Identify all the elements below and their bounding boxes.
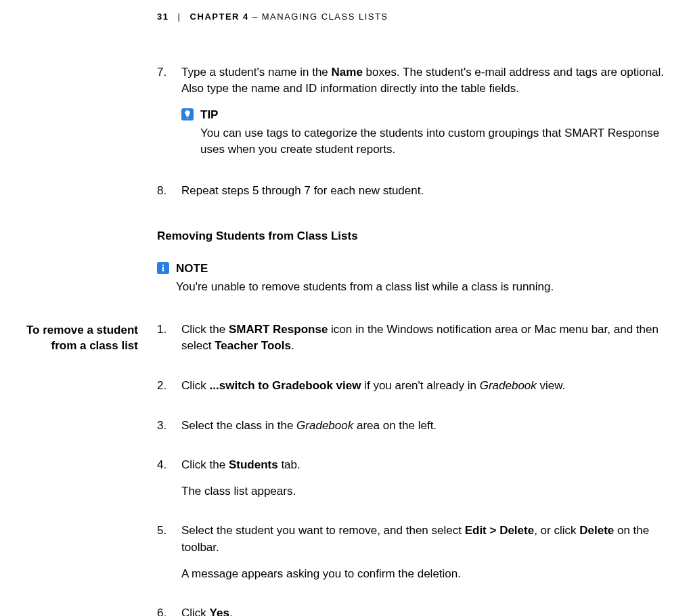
- step-text: Click ...switch to Gradebook view if you…: [181, 378, 667, 395]
- step-text: Select the class in the Gradebook area o…: [181, 418, 667, 435]
- chapter-number: CHAPTER 4: [190, 12, 249, 22]
- lightbulb-icon: [181, 108, 194, 120]
- tip-callout: TIP You can use tags to categorize the s…: [181, 107, 667, 158]
- remove-step-6: 6. Click Yes.: [157, 605, 667, 616]
- note-body: You're unable to remove students from a …: [176, 279, 667, 296]
- step-number: 2.: [157, 378, 181, 404]
- step-number: 6.: [157, 605, 181, 616]
- step-number: 8.: [157, 183, 181, 209]
- page-header: 31 | CHAPTER 4 – MANAGING CLASS LISTS: [157, 0, 678, 24]
- header-dash: –: [252, 12, 262, 22]
- svg-rect-1: [162, 267, 164, 271]
- remove-step-4: 4. Click the Students tab. The class lis…: [157, 457, 667, 509]
- step-text: Click the SMART Response icon in the Win…: [181, 322, 667, 355]
- step-number: 7.: [157, 64, 181, 169]
- info-icon: [157, 262, 169, 274]
- step-text: Click the Students tab.: [181, 457, 667, 474]
- step-7: 7. Type a student's name in the Name box…: [157, 64, 667, 169]
- step-text: Select the student you want to remove, a…: [181, 523, 667, 556]
- step-number: 4.: [157, 457, 181, 509]
- page-number: 31: [157, 12, 169, 22]
- header-separator: |: [173, 12, 187, 22]
- note-callout: NOTE You're unable to remove students fr…: [157, 261, 667, 295]
- step-number: 1.: [157, 322, 181, 364]
- step-number: 3.: [157, 418, 181, 444]
- step-result: A message appears asking you to confirm …: [181, 566, 667, 583]
- remove-step-2: 2. Click ...switch to Gradebook view if …: [157, 378, 667, 404]
- step-result: The class list appears.: [181, 483, 667, 500]
- step-text: Type a student's name in the Name boxes.…: [181, 64, 667, 97]
- step-text: Click Yes.: [181, 605, 667, 616]
- svg-rect-0: [162, 265, 164, 266]
- chapter-title: MANAGING CLASS LISTS: [262, 12, 388, 22]
- note-title: NOTE: [176, 261, 667, 278]
- sidenote-line: from a class list: [0, 338, 138, 354]
- procedure-sidenote: To remove a student from a class list: [0, 322, 157, 616]
- section-heading: Removing Students from Class Lists: [157, 228, 667, 245]
- tip-body: You can use tags to categorize the stude…: [200, 125, 667, 158]
- step-8: 8. Repeat steps 5 through 7 for each new…: [157, 183, 667, 209]
- tip-title: TIP: [200, 107, 667, 124]
- sidenote-line: To remove a student: [0, 322, 138, 338]
- remove-step-5: 5. Select the student you want to remove…: [157, 523, 667, 592]
- remove-step-1: 1. Click the SMART Response icon in the …: [157, 322, 667, 364]
- step-number: 5.: [157, 523, 181, 592]
- remove-step-3: 3. Select the class in the Gradebook are…: [157, 418, 667, 444]
- step-text: Repeat steps 5 through 7 for each new st…: [181, 183, 667, 200]
